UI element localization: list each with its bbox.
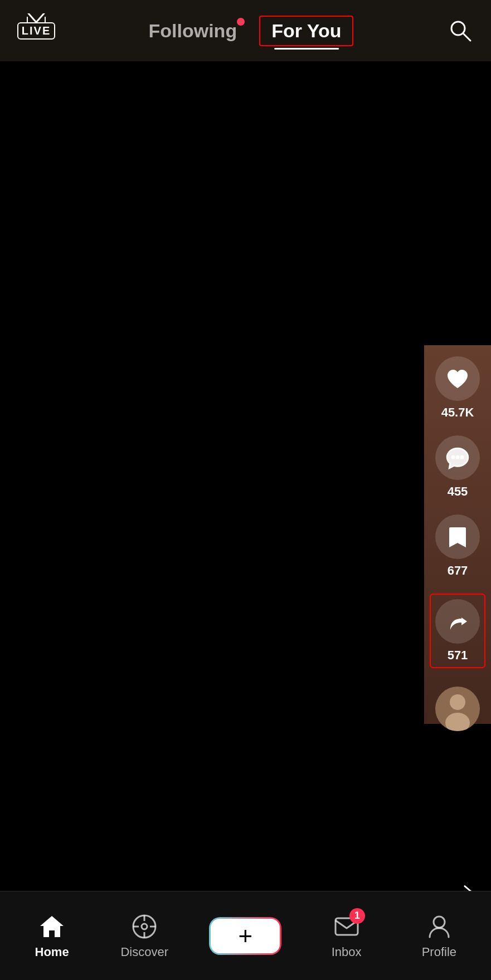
profile-label: Profile	[422, 945, 456, 959]
nav-inbox[interactable]: 1 Inbox	[319, 913, 375, 959]
following-label: Following	[149, 20, 237, 41]
for-you-tab[interactable]: For You	[259, 16, 353, 46]
share-action[interactable]: 571	[430, 594, 485, 668]
svg-point-10	[142, 924, 147, 929]
comment-count: 455	[448, 484, 468, 499]
svg-point-7	[450, 694, 465, 710]
discover-label: Discover	[120, 945, 168, 959]
comment-action[interactable]: 455	[435, 435, 480, 499]
nav-tabs: Following For You	[149, 16, 354, 46]
live-icon: LIVE	[17, 22, 55, 40]
home-icon	[38, 913, 66, 940]
following-tab[interactable]: Following	[149, 20, 237, 42]
inbox-badge: 1	[349, 908, 365, 924]
comment-button[interactable]	[435, 435, 480, 480]
nav-create[interactable]: +	[209, 917, 281, 955]
live-text: LIVE	[22, 24, 51, 37]
action-buttons: 45.7K 455 677 571	[430, 356, 485, 731]
search-icon[interactable]	[446, 17, 474, 45]
discover-icon	[130, 913, 158, 940]
nav-discover[interactable]: Discover	[116, 913, 172, 959]
create-icon: +	[239, 924, 253, 948]
nav-profile[interactable]: Profile	[411, 913, 467, 959]
svg-line-0	[28, 13, 36, 22]
create-button[interactable]: +	[209, 917, 281, 955]
video-area	[0, 0, 491, 924]
svg-line-1	[36, 13, 44, 22]
like-button[interactable]	[435, 356, 480, 401]
live-button[interactable]: LIVE	[17, 22, 56, 40]
like-action[interactable]: 45.7K	[435, 356, 480, 420]
svg-point-8	[445, 713, 470, 731]
bottom-navigation: Home Discover + 1 In	[0, 891, 491, 980]
inbox-icon-wrapper: 1	[333, 913, 361, 940]
share-button[interactable]	[435, 599, 480, 644]
svg-line-3	[463, 33, 470, 41]
for-you-label: For You	[271, 20, 341, 41]
bookmark-count: 677	[448, 564, 468, 578]
inbox-label: Inbox	[332, 945, 362, 959]
home-label: Home	[35, 945, 69, 959]
top-navigation: LIVE Following For You	[0, 0, 491, 61]
bookmark-button[interactable]	[435, 514, 480, 559]
bookmark-action[interactable]: 677	[435, 514, 480, 578]
nav-home[interactable]: Home	[24, 913, 80, 959]
svg-point-16	[434, 917, 445, 928]
like-count: 45.7K	[441, 405, 474, 420]
profile-icon	[425, 913, 453, 940]
notification-dot	[237, 18, 245, 26]
creator-avatar[interactable]	[435, 687, 480, 731]
share-count: 571	[448, 648, 468, 663]
